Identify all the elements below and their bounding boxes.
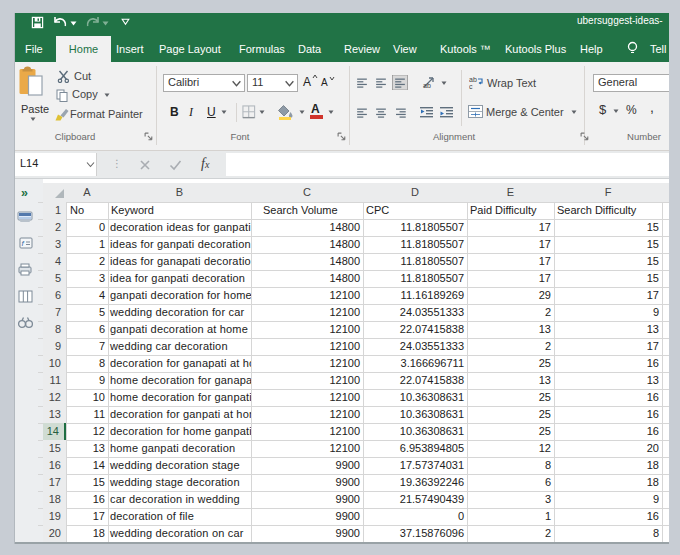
svg-text:c: c [469,83,473,89]
svg-text:ab: ab [423,82,431,89]
svg-text:ab: ab [469,76,477,83]
